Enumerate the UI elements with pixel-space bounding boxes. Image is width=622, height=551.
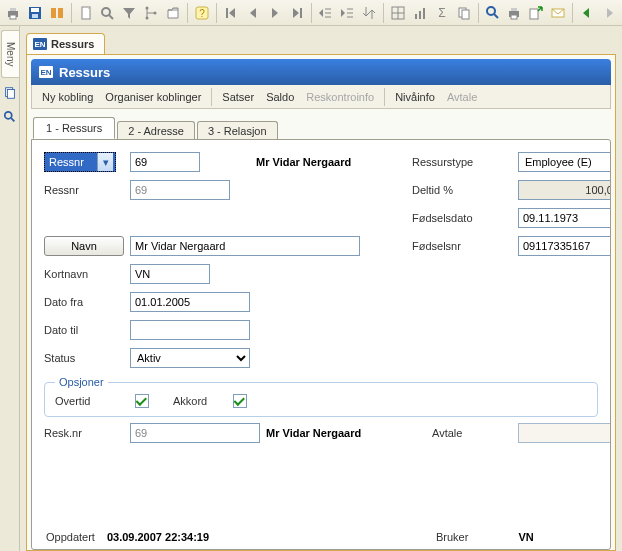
document-tabbar: EN Ressurs <box>26 30 616 54</box>
oppdatert-label: Oppdatert <box>46 531 95 543</box>
svg-rect-27 <box>415 14 417 19</box>
status-footer: Oppdatert 03.09.2007 22:34:19 Bruker VN <box>46 531 596 543</box>
app-icon: EN <box>33 38 47 50</box>
fodselsnr-label: Fødselsnr <box>412 240 512 252</box>
toolbar-separator <box>311 3 312 23</box>
tab-adresse[interactable]: 2 - Adresse <box>117 121 195 140</box>
menu-ny-kobling[interactable]: Ny kobling <box>36 87 99 107</box>
datofra-label: Dato fra <box>44 296 124 308</box>
svg-rect-29 <box>423 8 425 19</box>
sort-icon[interactable] <box>359 2 379 24</box>
document-tab-label: Ressurs <box>51 38 94 50</box>
menu-organiser-koblinger[interactable]: Organiser koblinger <box>99 87 207 107</box>
svg-rect-36 <box>511 8 517 11</box>
resk-name-display: Mr Vidar Nergaard <box>266 427 426 439</box>
navn-input[interactable] <box>130 236 360 256</box>
meny-tab[interactable]: Meny <box>1 30 19 78</box>
back-arrow-icon[interactable] <box>577 2 597 24</box>
svg-rect-7 <box>58 8 63 18</box>
sub-menubar: Ny kobling Organiser koblinger Satser Sa… <box>31 85 611 109</box>
copy-icon[interactable] <box>454 2 474 24</box>
ressnr2-readonly <box>130 180 230 200</box>
search-icon[interactable] <box>98 2 118 24</box>
search-side-icon[interactable] <box>1 108 19 126</box>
fodselsnr-input[interactable] <box>518 236 611 256</box>
svg-rect-17 <box>300 8 302 18</box>
toolbar-separator <box>572 3 573 23</box>
chart-icon[interactable] <box>410 2 430 24</box>
akkord-label: Akkord <box>173 395 233 407</box>
toolbar-separator <box>71 3 72 23</box>
export-icon[interactable] <box>526 2 546 24</box>
status-select[interactable]: Aktiv <box>130 348 250 368</box>
resk-label: Resk.nr <box>44 427 124 439</box>
tab-relasjon[interactable]: 3 - Relasjon <box>197 121 278 140</box>
next-icon[interactable] <box>265 2 285 24</box>
menu-satser[interactable]: Satser <box>216 87 260 107</box>
tree-icon[interactable] <box>141 2 161 24</box>
svg-rect-37 <box>511 15 517 19</box>
navn-button[interactable]: Navn <box>44 236 124 256</box>
datofra-input[interactable] <box>130 292 250 312</box>
deltid-label: Deltid % <box>412 184 512 196</box>
last-icon[interactable] <box>287 2 307 24</box>
opsjoner-legend: Opsjoner <box>55 376 108 388</box>
fodselsdato-input[interactable] <box>518 208 611 228</box>
print-icon[interactable] <box>3 2 23 24</box>
left-sidebar: Meny <box>0 26 20 551</box>
fwd-arrow-icon[interactable] <box>599 2 619 24</box>
grid-icon[interactable] <box>388 2 408 24</box>
preview-icon[interactable] <box>483 2 503 24</box>
docs-icon[interactable] <box>1 84 19 102</box>
svg-rect-41 <box>7 90 14 99</box>
svg-rect-28 <box>419 11 421 19</box>
document-tab-ressurs[interactable]: EN Ressurs <box>26 33 105 54</box>
avtale-label: Avtale <box>432 427 512 439</box>
form-grid: Ressnr ▾ Mr Vidar Nergaard Ressurstype E… <box>44 152 598 368</box>
svg-line-34 <box>494 14 498 18</box>
menu-avtale: Avtale <box>441 87 483 107</box>
prev-icon[interactable] <box>243 2 263 24</box>
find-icon[interactable] <box>47 2 67 24</box>
app-icon: EN <box>39 66 53 78</box>
fodselsdato-label: Fødselsdato <box>412 212 512 224</box>
save-icon[interactable] <box>25 2 45 24</box>
svg-rect-16 <box>226 8 228 18</box>
svg-rect-32 <box>462 10 469 19</box>
svg-rect-2 <box>10 15 16 19</box>
window-title: Ressurs <box>59 65 110 80</box>
svg-rect-6 <box>51 8 56 18</box>
akkord-checkbox[interactable] <box>233 394 247 408</box>
sum-icon[interactable]: Σ <box>432 2 452 24</box>
ressnr2-label: Ressnr <box>44 184 124 196</box>
new-icon[interactable] <box>76 2 96 24</box>
status-label: Status <box>44 352 124 364</box>
form-panel: Ressnr ▾ Mr Vidar Nergaard Ressurstype E… <box>31 139 611 550</box>
ressnr-dropdown[interactable]: Ressnr ▾ <box>44 152 116 172</box>
datotil-input[interactable] <box>130 320 250 340</box>
kortnavn-label: Kortnavn <box>44 268 124 280</box>
help-icon[interactable]: ? <box>192 2 212 24</box>
svg-rect-5 <box>32 14 38 18</box>
mail-icon[interactable] <box>548 2 568 24</box>
oppdatert-value: 03.09.2007 22:34:19 <box>107 531 209 543</box>
overtid-checkbox[interactable] <box>135 394 149 408</box>
menu-saldo[interactable]: Saldo <box>260 87 300 107</box>
outdent-icon[interactable] <box>315 2 335 24</box>
bruker-value: VN <box>518 531 533 543</box>
svg-line-43 <box>10 118 14 122</box>
toolbar-separator <box>478 3 479 23</box>
opsjoner-fieldset: Opsjoner Overtid Akkord <box>44 376 598 417</box>
ressurstype-select[interactable]: Employee (E) <box>518 152 611 172</box>
print2-icon[interactable] <box>504 2 524 24</box>
indent-icon[interactable] <box>337 2 357 24</box>
kortnavn-input[interactable] <box>130 264 210 284</box>
tab-ressurs[interactable]: 1 - Ressurs <box>33 117 115 139</box>
ressnr-input[interactable] <box>130 152 200 172</box>
filter-icon[interactable] <box>119 2 139 24</box>
menu-nivainfo[interactable]: Nivåinfo <box>389 87 441 107</box>
first-icon[interactable] <box>221 2 241 24</box>
avtale-select <box>518 423 611 443</box>
open-icon[interactable] <box>163 2 183 24</box>
document-panel: EN Ressurs Ny kobling Organiser koblinge… <box>26 54 616 551</box>
